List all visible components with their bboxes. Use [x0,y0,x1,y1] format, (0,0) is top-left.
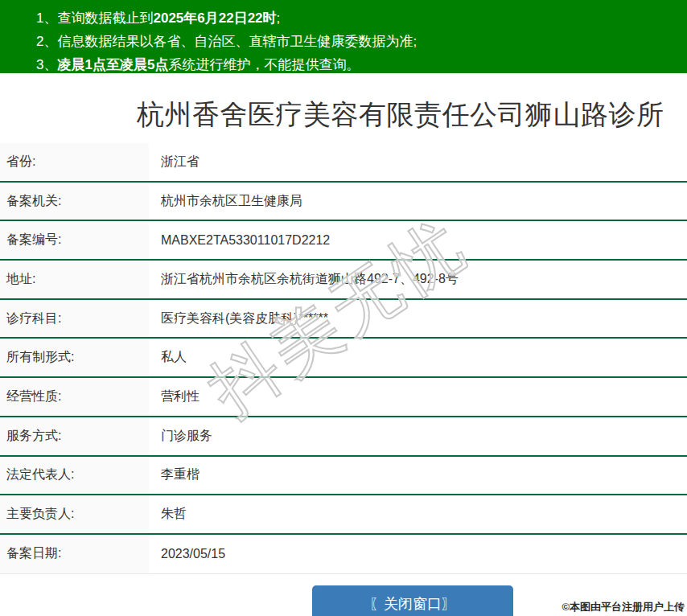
table-row: 所有制形式:私人 [0,339,687,378]
table-row: 服务方式:门诊服务 [0,417,687,457]
field-value: 朱哲 [149,495,687,533]
field-value: 私人 [149,339,687,376]
upload-credit-label: ©本图由平台注册用户上传 [562,600,685,614]
table-row: 经营性质:营利性 [0,378,687,417]
table-row: 备案机关:杭州市余杭区卫生健康局 [0,183,687,222]
notice-list: 1、查询数据截止到2025年6月22日22时;2、信息数据结果以各省、自治区、直… [36,6,687,76]
field-value: MABXE2TA533011017D2212 [149,221,687,259]
field-label: 备案日期: [0,535,149,573]
table-row: 备案日期:2023/05/15 [0,535,687,574]
table-row: 地址:浙江省杭州市余杭区余杭街道狮山路492-7、492-8号 [0,261,687,300]
field-label: 主要负责人: [0,495,149,533]
table-row: 诊疗科目:医疗美容科(美容皮肤科)****** [0,300,687,339]
notice-bar: 1、查询数据截止到2025年6月22日22时;2、信息数据结果以各省、自治区、直… [0,0,687,73]
field-value: 医疗美容科(美容皮肤科)****** [149,300,687,338]
field-label: 法定代表人: [0,457,149,495]
table-row: 法定代表人:李重楷 [0,457,687,496]
info-table: 省份:浙江省备案机关:杭州市余杭区卫生健康局备案编号:MABXE2TA53301… [0,143,687,574]
field-label: 所有制形式: [0,339,149,376]
field-value: 2023/05/15 [149,535,687,573]
field-value: 浙江省杭州市余杭区余杭街道狮山路492-7、492-8号 [149,261,687,298]
table-row: 主要负责人:朱哲 [0,495,687,535]
field-label: 诊疗科目: [0,300,149,338]
field-label: 备案机关: [0,183,149,220]
field-label: 经营性质: [0,378,149,416]
field-value: 营利性 [149,378,687,416]
notice-item: 3、凌晨1点至凌晨5点系统进行维护，不能提供查询。 [36,53,687,76]
table-row: 省份:浙江省 [0,143,687,183]
field-label: 省份: [0,143,149,181]
notice-item: 2、信息数据结果以各省、自治区、直辖市卫生健康委数据为准; [36,30,687,53]
field-label: 地址: [0,261,149,298]
field-label: 服务方式: [0,417,149,455]
close-window-button[interactable]: 〖关闭窗口〗 [312,585,513,616]
page-title: 杭州香舍医疗美容有限责任公司狮山路诊所 [137,97,687,133]
field-value: 门诊服务 [149,417,687,455]
notice-item: 1、查询数据截止到2025年6月22日22时; [36,6,687,30]
field-label: 备案编号: [0,221,149,259]
field-value: 杭州市余杭区卫生健康局 [149,183,687,220]
field-value: 李重楷 [149,457,687,495]
table-row: 备案编号:MABXE2TA533011017D2212 [0,221,687,261]
field-value: 浙江省 [149,143,687,181]
